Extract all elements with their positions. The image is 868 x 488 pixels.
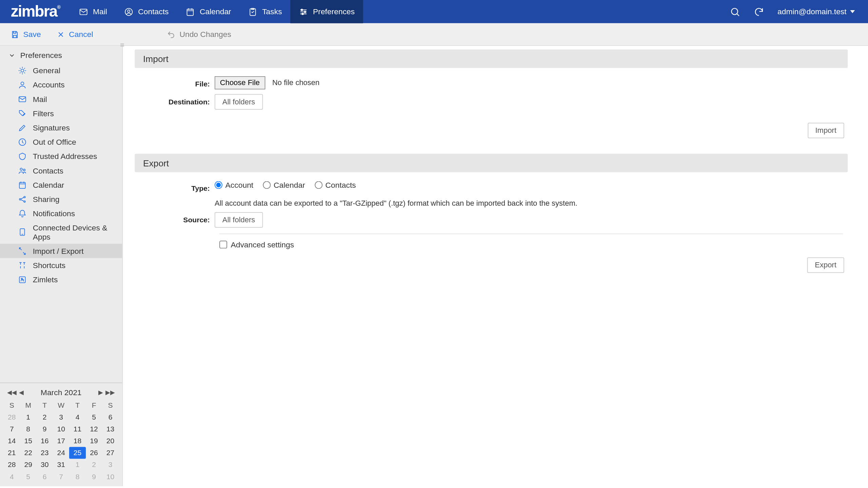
cal-day[interactable]: 8 — [69, 471, 85, 483]
cal-day[interactable]: 3 — [102, 459, 119, 471]
cal-day[interactable]: 6 — [102, 411, 119, 423]
contacts-icon — [124, 7, 133, 16]
cal-day[interactable]: 1 — [69, 459, 85, 471]
sidebar-item-signatures[interactable]: Signatures — [0, 120, 122, 135]
cal-day[interactable]: 9 — [86, 471, 102, 483]
cal-next-year[interactable]: ▶▶ — [105, 389, 115, 395]
sidebar-item-shortcuts[interactable]: Shortcuts — [0, 258, 122, 272]
sidebar-item-icon — [18, 80, 27, 89]
cal-day[interactable]: 2 — [86, 459, 102, 471]
import-section: Import File: Choose File No file chosen … — [135, 49, 848, 141]
cal-day[interactable]: 31 — [53, 459, 69, 471]
radio-account[interactable]: Account — [215, 181, 253, 189]
sidebar-item-mail[interactable]: Mail — [0, 92, 122, 106]
cal-day[interactable]: 5 — [86, 411, 102, 423]
sidebar-item-import-export[interactable]: Import / Export — [0, 244, 122, 258]
sidebar-item-connected-devices-apps[interactable]: Connected Devices & Apps — [0, 221, 122, 244]
cal-day[interactable]: 29 — [20, 459, 36, 471]
cal-day[interactable]: 15 — [20, 435, 36, 447]
cal-day[interactable]: 23 — [36, 447, 53, 459]
sidebar-item-icon — [18, 209, 27, 218]
choose-file-button[interactable]: Choose File — [215, 76, 265, 89]
refresh-icon[interactable] — [754, 6, 765, 17]
radio-calendar[interactable]: Calendar — [263, 181, 305, 189]
import-destination-button[interactable]: All folders — [215, 94, 263, 110]
sidebar-header[interactable]: Preferences — [0, 46, 122, 63]
mail-icon — [79, 7, 88, 16]
calendar-icon — [185, 7, 195, 16]
svg-point-5 — [301, 9, 303, 11]
cal-prev-year[interactable]: ◀◀ — [7, 389, 17, 395]
cal-next-month[interactable]: ▶ — [98, 389, 103, 395]
cal-day[interactable]: 6 — [36, 471, 53, 483]
sidebar-item-out-of-office[interactable]: Out of Office — [0, 135, 122, 149]
cal-day[interactable]: 18 — [69, 435, 85, 447]
search-icon[interactable] — [730, 6, 741, 17]
cal-day[interactable]: 5 — [20, 471, 36, 483]
cancel-button[interactable]: Cancel — [56, 30, 93, 39]
tab-preferences[interactable]: Preferences — [290, 0, 363, 23]
radio-account-input[interactable] — [215, 181, 222, 189]
cal-day[interactable]: 4 — [4, 471, 20, 483]
cal-day[interactable]: 28 — [4, 459, 20, 471]
tab-tasks[interactable]: Tasks — [239, 0, 290, 23]
sidebar-item-accounts[interactable]: Accounts — [0, 78, 122, 92]
import-action-button[interactable]: Import — [808, 123, 844, 138]
cal-day[interactable]: 1 — [20, 411, 36, 423]
cal-day[interactable]: 21 — [4, 447, 20, 459]
sidebar-item-calendar[interactable]: Calendar — [0, 178, 122, 192]
radio-contacts-input[interactable] — [315, 181, 322, 189]
cal-day[interactable]: 24 — [53, 447, 69, 459]
radio-contacts[interactable]: Contacts — [315, 181, 356, 189]
cal-day[interactable]: 19 — [86, 435, 102, 447]
cal-day[interactable]: 20 — [102, 435, 119, 447]
cal-day[interactable]: 10 — [102, 471, 119, 483]
save-button[interactable]: Save — [11, 30, 41, 39]
sidebar-item-notifications[interactable]: Notifications — [0, 206, 122, 220]
cal-day[interactable]: 27 — [102, 447, 119, 459]
export-source-button[interactable]: All folders — [215, 212, 263, 228]
cal-day[interactable]: 8 — [20, 423, 36, 435]
cal-day[interactable]: 28 — [4, 411, 20, 423]
sidebar-item-trusted-addresses[interactable]: Trusted Addresses — [0, 149, 122, 163]
cal-day[interactable]: 26 — [86, 447, 102, 459]
cal-day[interactable]: 12 — [86, 423, 102, 435]
cal-prev-month[interactable]: ◀ — [19, 389, 24, 395]
sidebar-item-zimlets[interactable]: Zimlets — [0, 272, 122, 287]
sidebar-item-general[interactable]: General — [0, 63, 122, 77]
cal-day[interactable]: 2 — [36, 411, 53, 423]
cal-day[interactable]: 22 — [20, 447, 36, 459]
cal-day[interactable]: 17 — [53, 435, 69, 447]
cal-day[interactable]: 9 — [36, 423, 53, 435]
user-menu[interactable]: admin@domain.test — [777, 7, 855, 16]
tab-calendar[interactable]: Calendar — [177, 0, 239, 23]
export-action-button[interactable]: Export — [807, 258, 844, 273]
cal-day[interactable]: 4 — [69, 411, 85, 423]
brand-logo: zimbra — [0, 2, 70, 21]
sidebar-item-label: Shortcuts — [33, 261, 66, 269]
cal-day[interactable]: 3 — [53, 411, 69, 423]
cal-day[interactable]: 10 — [53, 423, 69, 435]
caret-down-icon — [850, 10, 855, 13]
cal-day[interactable]: 16 — [36, 435, 53, 447]
sidebar-item-filters[interactable]: Filters — [0, 106, 122, 120]
export-source-label: Source: — [139, 212, 215, 224]
sidebar-item-contacts[interactable]: Contacts — [0, 163, 122, 178]
sidebar-item-sharing[interactable]: Sharing — [0, 192, 122, 206]
cal-day[interactable]: 7 — [4, 423, 20, 435]
top-navbar: zimbra Mail Contacts Calendar Tasks Pref… — [0, 0, 868, 23]
sidebar-resize-handle[interactable] — [120, 43, 124, 48]
tab-mail[interactable]: Mail — [70, 0, 115, 23]
cal-day[interactable]: 25 — [69, 447, 85, 459]
cal-day[interactable]: 11 — [69, 423, 85, 435]
sidebar-item-icon — [18, 180, 27, 189]
radio-calendar-input[interactable] — [263, 181, 271, 189]
cal-day[interactable]: 14 — [4, 435, 20, 447]
cal-day[interactable]: 30 — [36, 459, 53, 471]
sidebar-item-label: General — [33, 66, 60, 75]
advanced-settings-checkbox[interactable] — [219, 241, 227, 248]
cal-day[interactable]: 7 — [53, 471, 69, 483]
tab-contacts[interactable]: Contacts — [115, 0, 177, 23]
cal-day[interactable]: 13 — [102, 423, 119, 435]
undo-button[interactable]: Undo Changes — [167, 30, 231, 39]
